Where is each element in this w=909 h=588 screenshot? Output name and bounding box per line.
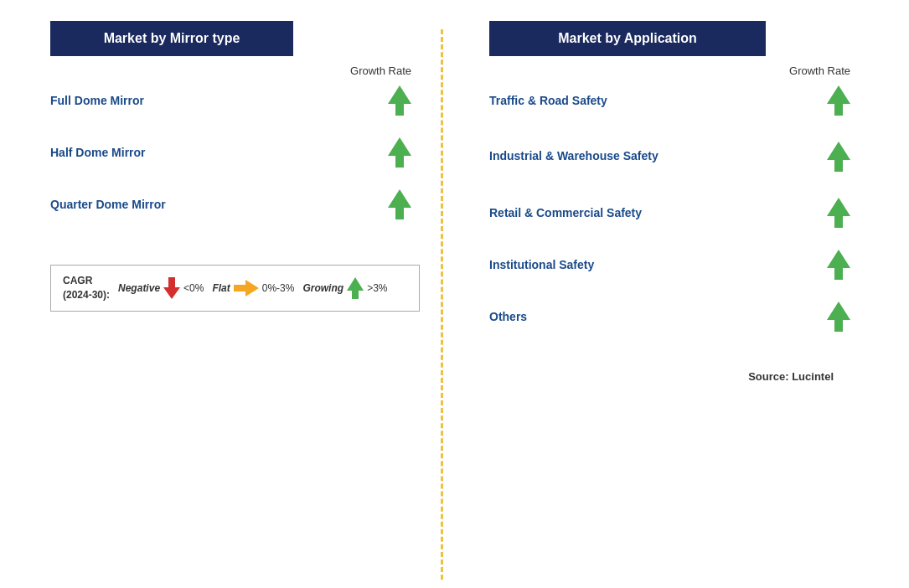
item-label-quarter-dome: Quarter Dome Mirror xyxy=(50,198,388,211)
yellow-right-arrow-icon xyxy=(234,280,259,297)
red-down-arrow-icon xyxy=(163,277,180,299)
legend-box: CAGR(2024-30): Negative <0% Flat 0%-3% G… xyxy=(50,265,420,312)
negative-range: <0% xyxy=(183,282,204,294)
list-item: Retail & Commercial Safety xyxy=(489,196,859,230)
right-header: Market by Application xyxy=(489,21,766,56)
item-label-half-dome: Half Dome Mirror xyxy=(50,146,388,159)
green-up-arrow-icon xyxy=(827,85,850,116)
cagr-label: CAGR(2024-30): xyxy=(63,274,110,302)
left-growth-rate-label: Growth Rate xyxy=(350,64,411,77)
growing-range: >3% xyxy=(367,282,387,294)
green-up-arrow-icon xyxy=(827,142,850,172)
green-up-arrow-icon xyxy=(388,189,411,219)
right-header-text: Market by Application xyxy=(558,31,697,45)
green-small-up-arrow-icon xyxy=(347,277,364,299)
green-up-arrow-icon xyxy=(827,250,850,280)
negative-label: Negative xyxy=(118,282,160,294)
item-label-traffic: Traffic & Road Safety xyxy=(489,94,827,107)
legend-growing: Growing >3% xyxy=(302,277,387,299)
left-items: Full Dome Mirror Half Dome Mirror Quarte… xyxy=(50,84,420,240)
green-up-arrow-icon xyxy=(388,85,411,116)
list-item: Full Dome Mirror xyxy=(50,84,420,117)
item-label-institutional: Institutional Safety xyxy=(489,258,827,271)
right-panel: Market by Application Growth Rate Traffi… xyxy=(464,21,859,392)
left-header: Market by Mirror type xyxy=(50,21,293,56)
right-growth-rate-row: Growth Rate xyxy=(489,64,859,77)
list-item: Industrial & Warehouse Safety xyxy=(489,136,859,178)
green-up-arrow-icon xyxy=(827,302,850,332)
green-up-arrow-icon xyxy=(827,198,850,228)
list-item: Others xyxy=(489,300,859,333)
left-panel: Market by Mirror type Growth Rate Full D… xyxy=(50,21,420,320)
left-growth-rate-row: Growth Rate xyxy=(50,64,420,77)
right-growth-rate-label: Growth Rate xyxy=(789,64,850,77)
flat-label: Flat xyxy=(212,282,230,294)
item-label-full-dome: Full Dome Mirror xyxy=(50,94,388,107)
list-item: Traffic & Road Safety xyxy=(489,84,859,117)
source-text: Source: Lucintel xyxy=(748,370,834,383)
left-header-text: Market by Mirror type xyxy=(104,31,240,45)
right-items: Traffic & Road Safety Industrial & Wareh… xyxy=(489,84,859,352)
list-item: Half Dome Mirror xyxy=(50,136,420,169)
item-label-industrial: Industrial & Warehouse Safety xyxy=(489,148,827,165)
legend-negative: Negative <0% xyxy=(118,277,204,299)
legend-flat: Flat 0%-3% xyxy=(212,280,294,297)
item-label-others: Others xyxy=(489,310,827,323)
flat-range: 0%-3% xyxy=(262,282,295,294)
green-up-arrow-icon xyxy=(388,137,411,168)
item-label-retail: Retail & Commercial Safety xyxy=(489,206,827,219)
vertical-divider xyxy=(441,29,443,580)
growing-label: Growing xyxy=(302,282,343,294)
list-item: Quarter Dome Mirror xyxy=(50,188,420,221)
list-item: Institutional Safety xyxy=(489,248,859,281)
